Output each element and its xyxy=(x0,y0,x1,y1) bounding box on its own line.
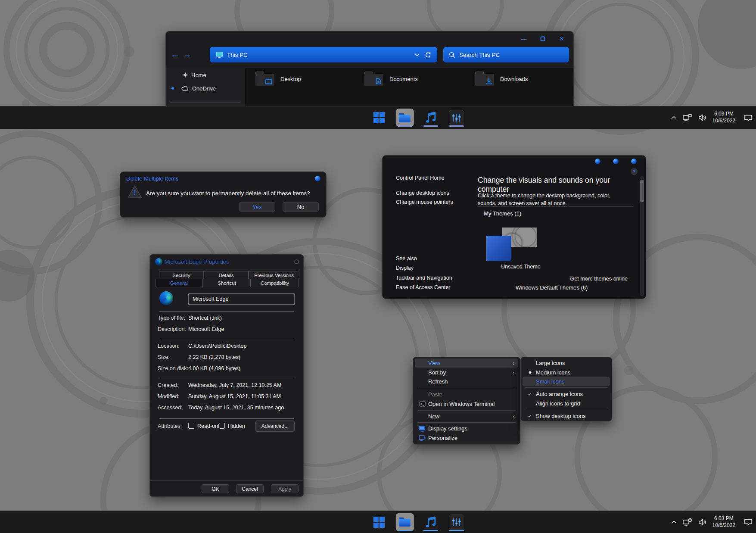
maximize-icon[interactable] xyxy=(538,35,548,43)
tray-chevron-up-icon[interactable] xyxy=(671,116,677,119)
menu-item-new[interactable]: New › xyxy=(415,412,518,421)
network-icon[interactable] xyxy=(683,114,692,122)
network-icon[interactable] xyxy=(683,518,692,526)
nav-ease-of-access[interactable]: Ease of Access Center xyxy=(396,284,450,290)
search-input[interactable]: Search This PC xyxy=(443,47,569,62)
get-more-themes-link[interactable]: Get more themes online xyxy=(570,276,628,282)
tab-general[interactable]: General xyxy=(155,279,203,287)
nav-taskbar-navigation[interactable]: Taskbar and Navigation xyxy=(396,275,452,281)
desktop: { "colors": { "accent_blue": "#1463d6", … xyxy=(0,0,756,533)
sidebar-item-label: Home xyxy=(191,72,206,78)
tab-shortcut[interactable]: Shortcut xyxy=(203,279,251,287)
taskbar-music-app-button[interactable] xyxy=(421,512,440,532)
readonly-checkbox[interactable] xyxy=(188,423,194,429)
warning-icon: ! xyxy=(128,185,142,198)
sidebar-item-onedrive[interactable]: OneDrive xyxy=(166,83,242,94)
submenu-item-auto-arrange[interactable]: ✓ Auto arrange icons xyxy=(523,390,610,399)
page-description: Click a theme to change the desktop back… xyxy=(478,192,626,207)
tab-compatibility[interactable]: Compatibility xyxy=(251,279,299,287)
sidebar-item-home[interactable]: Home xyxy=(166,70,242,80)
field-value: 2.22 KB (2,278 bytes) xyxy=(188,354,240,360)
nav-change-mouse-pointers[interactable]: Change mouse pointers xyxy=(396,199,453,205)
attributes-label: Attributes: xyxy=(158,423,182,429)
cancel-button[interactable]: Cancel xyxy=(236,484,264,493)
volume-icon[interactable] xyxy=(698,114,706,121)
sync-status-dot xyxy=(171,87,174,90)
submenu-item-small-icons[interactable]: Small icons xyxy=(523,377,610,386)
refresh-icon[interactable] xyxy=(425,52,431,58)
file-label: Documents xyxy=(389,76,418,82)
yes-button[interactable]: Yes xyxy=(239,202,275,212)
file-item-desktop[interactable]: Desktop xyxy=(255,72,301,86)
file-label: Desktop xyxy=(280,76,301,82)
sidebar-divider xyxy=(170,102,241,103)
file-item-documents[interactable]: Documents xyxy=(364,72,418,86)
field-value: Today, August 15, 2021, 35 minutes ago xyxy=(188,405,284,411)
taskbar-file-explorer-button[interactable] xyxy=(395,108,414,128)
start-button[interactable] xyxy=(369,512,388,532)
delete-dialog: Delete Multiple Items ! Are you sure you… xyxy=(120,171,327,218)
taskbar-equalizer-app-button[interactable] xyxy=(447,512,466,532)
submenu-item-show-desktop-icons[interactable]: ✓ Show desktop icons xyxy=(523,411,610,421)
minimize-icon[interactable]: — xyxy=(519,35,529,43)
nav-change-desktop-icons[interactable]: Change desktop icons xyxy=(396,190,449,196)
notification-center-icon[interactable] xyxy=(744,114,752,122)
submenu-item-large-icons[interactable]: Large icons xyxy=(523,358,610,368)
file-name-field[interactable]: Microsoft Edge xyxy=(188,293,295,305)
scrollbar-thumb[interactable] xyxy=(640,180,644,202)
submenu-item-medium-icons[interactable]: Medium icons xyxy=(523,368,610,377)
selected-theme-tile[interactable] xyxy=(486,236,511,261)
taskbar-file-explorer-button[interactable] xyxy=(395,512,414,532)
volume-icon[interactable] xyxy=(698,519,706,526)
close-icon[interactable]: ✕ xyxy=(557,35,566,43)
address-bar[interactable]: This PC xyxy=(210,47,437,62)
close-icon[interactable] xyxy=(294,259,299,264)
ok-button[interactable]: OK xyxy=(202,484,229,493)
dialog-title: Microsoft Edge Properties xyxy=(165,259,229,265)
nav-display[interactable]: Display xyxy=(396,265,414,271)
start-button[interactable] xyxy=(369,108,388,128)
menu-item-personalize[interactable]: Personalize xyxy=(415,433,518,443)
edge-properties-dialog: Microsoft Edge Properties Security Detai… xyxy=(149,254,304,497)
notification-center-icon[interactable] xyxy=(744,518,752,526)
window-caption-buttons: — ✕ xyxy=(519,35,566,43)
nav-control-panel-home[interactable]: Control Panel Home xyxy=(396,175,445,181)
close-orb-icon[interactable] xyxy=(631,159,637,164)
apply-button[interactable]: Apply xyxy=(271,484,299,493)
tab-details[interactable]: Details xyxy=(204,271,249,279)
submenu-item-align-to-grid[interactable]: Align icons to grid xyxy=(523,399,610,408)
hidden-checkbox[interactable] xyxy=(219,423,225,429)
submenu-arrow-icon: › xyxy=(513,413,515,420)
tab-row-back: Security Details Previous Versions xyxy=(159,271,299,279)
taskbar-music-app-button[interactable] xyxy=(421,108,440,128)
taskbar-clock[interactable]: 6:03 PM 10/6/2022 xyxy=(712,111,735,124)
tab-security[interactable]: Security xyxy=(159,271,204,279)
scrollbar[interactable] xyxy=(640,176,644,296)
menu-item-view[interactable]: View › xyxy=(415,358,518,368)
menu-item-sort-by[interactable]: Sort by › xyxy=(415,368,518,377)
menu-item-paste[interactable]: Paste xyxy=(415,390,518,399)
help-icon[interactable]: ? xyxy=(631,168,638,175)
equalizer-icon xyxy=(448,514,464,530)
back-icon[interactable]: ← xyxy=(169,50,181,59)
taskbar-equalizer-app-button[interactable] xyxy=(447,108,466,128)
field-label: Size: xyxy=(158,354,170,360)
taskbar-clock[interactable]: 6:03 PM 10/6/2022 xyxy=(712,515,735,529)
maximize-orb-icon[interactable] xyxy=(613,159,619,164)
file-item-downloads[interactable]: Downloads xyxy=(475,72,528,86)
menu-item-open-terminal[interactable]: Open in Windows Terminal xyxy=(415,399,518,408)
menu-item-refresh[interactable]: Refresh xyxy=(415,377,518,386)
no-button[interactable]: No xyxy=(283,202,319,212)
personalize-icon xyxy=(418,435,426,441)
field-label: Size on disk: xyxy=(158,365,188,371)
window-orb-icon[interactable] xyxy=(315,176,320,181)
advanced-button[interactable]: Advanced... xyxy=(255,421,295,432)
forward-icon[interactable]: → xyxy=(181,50,193,59)
tab-previous-versions[interactable]: Previous Versions xyxy=(249,271,299,279)
menu-item-display-settings[interactable]: Display settings xyxy=(415,424,518,433)
minimize-orb-icon[interactable] xyxy=(595,159,600,164)
submenu-arrow-icon: › xyxy=(513,360,515,367)
field-label: Modified: xyxy=(158,393,180,399)
tray-chevron-up-icon[interactable] xyxy=(671,521,677,524)
chevron-down-icon[interactable] xyxy=(415,53,420,56)
